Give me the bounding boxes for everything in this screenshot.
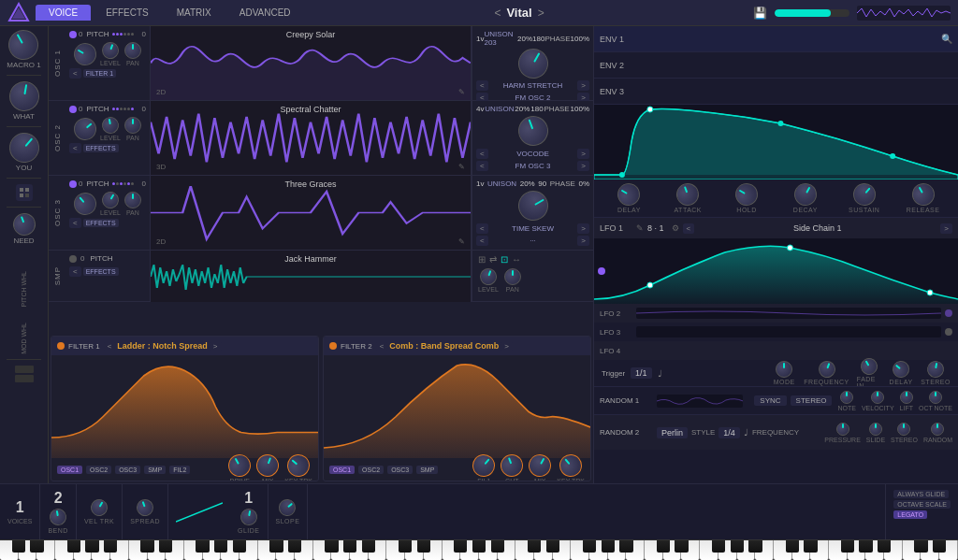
lfo1-extra-icon[interactable]: ⚙: [672, 223, 679, 233]
black-key-32[interactable]: [841, 540, 854, 553]
smp-active-dot[interactable]: [69, 255, 77, 263]
env-release-knob[interactable]: [907, 179, 938, 210]
filter2-src-osc2[interactable]: OSC2: [358, 466, 384, 474]
black-key-9[interactable]: [233, 540, 246, 553]
smp-wave-area[interactable]: Jack Hammer: [150, 251, 472, 302]
black-key-1[interactable]: [30, 540, 43, 553]
filter1-active-dot[interactable]: [57, 342, 65, 350]
osc1-main-knob[interactable]: [70, 39, 101, 70]
bar-icon2[interactable]: [15, 375, 34, 382]
random1-octnote-knob[interactable]: [929, 391, 942, 404]
filter2-src-osc1[interactable]: OSC1: [329, 466, 355, 474]
macro-what-knob[interactable]: [7, 79, 41, 113]
black-key-7[interactable]: [196, 540, 209, 553]
filter2-active-dot[interactable]: [329, 342, 337, 350]
osc2-level-knob[interactable]: [101, 116, 121, 136]
osc1-edit-icon[interactable]: ✎: [458, 88, 465, 96]
osc1-pan-knob[interactable]: [124, 42, 141, 59]
black-key-26[interactable]: [675, 540, 688, 553]
black-key-25[interactable]: [657, 540, 670, 553]
lfo1-mod-dot[interactable]: [598, 267, 605, 275]
macro1-knob[interactable]: [4, 26, 45, 65]
random2-slide-knob[interactable]: [869, 423, 882, 436]
black-key-21[interactable]: [546, 540, 559, 553]
lfo-freq-knob[interactable]: [816, 358, 837, 380]
tab-effects[interactable]: EFFECTS: [93, 5, 162, 21]
black-key-35[interactable]: [914, 540, 927, 553]
osc3-unison-knob[interactable]: [513, 185, 554, 226]
black-key-22[interactable]: [583, 540, 596, 553]
osc2-fm-prev[interactable]: <: [476, 161, 488, 171]
osc1-active-dot[interactable]: [69, 31, 77, 38]
macro-need-knob[interactable]: [9, 210, 38, 239]
osc3-main-knob[interactable]: [69, 188, 101, 220]
env-decay-knob[interactable]: [790, 179, 820, 210]
legato-btn[interactable]: LEGATO: [893, 510, 927, 519]
black-key-31[interactable]: [804, 540, 817, 553]
random2-style-btn[interactable]: Perlin: [657, 427, 688, 438]
black-key-6[interactable]: [159, 540, 172, 553]
osc2-fm-next[interactable]: >: [577, 161, 589, 171]
filter1-src-fil2[interactable]: FIL2: [169, 466, 190, 474]
black-key-20[interactable]: [528, 540, 541, 553]
osc3-extra-next[interactable]: >: [577, 236, 589, 246]
osc3-timeskew-next[interactable]: >: [577, 223, 589, 234]
filter2-next[interactable]: >: [501, 341, 513, 352]
osc2-vocode-next[interactable]: >: [577, 149, 589, 159]
trigger-value[interactable]: 1/1: [631, 367, 652, 379]
lfo-delay-knob[interactable]: [889, 357, 912, 381]
black-key-36[interactable]: [933, 540, 946, 553]
smp-icon1[interactable]: ⊞: [478, 254, 486, 265]
env-hold-knob[interactable]: [732, 179, 762, 210]
random1-lift-knob[interactable]: [900, 391, 913, 404]
tab-advanced[interactable]: ADVANCED: [226, 5, 304, 21]
osc2-active-dot[interactable]: [69, 106, 77, 113]
filter1-src-smp[interactable]: SMP: [144, 466, 166, 474]
osc2-edit-icon[interactable]: ✎: [458, 163, 465, 171]
osc1-level-knob[interactable]: [99, 39, 121, 61]
smp-level-knob[interactable]: [477, 266, 499, 287]
spread-knob[interactable]: [135, 496, 156, 518]
osc3-wave-area[interactable]: Three Graces 2D ✎: [150, 176, 472, 250]
osc3-timeskew-prev[interactable]: <: [476, 223, 488, 234]
black-key-2[interactable]: [67, 540, 80, 553]
osc2-filter-prev[interactable]: <: [69, 143, 81, 153]
filter2-src-smp[interactable]: SMP: [416, 466, 438, 474]
lfo1-edit-icon[interactable]: ✎: [636, 223, 644, 233]
smp-filter-prev[interactable]: <: [69, 266, 81, 277]
save-icon[interactable]: 💾: [753, 7, 767, 20]
env-sustain-knob[interactable]: [849, 179, 880, 210]
osc2-wave-area[interactable]: Spectral Chatter 3D ✎: [150, 101, 472, 175]
env-attack-knob[interactable]: [674, 180, 703, 209]
black-key-16[interactable]: [417, 540, 430, 553]
black-key-27[interactable]: [712, 540, 725, 553]
filter1-prev[interactable]: <: [104, 341, 116, 352]
black-key-13[interactable]: [343, 540, 356, 553]
filter2-prev[interactable]: <: [376, 341, 388, 352]
osc3-active-dot[interactable]: [69, 180, 77, 188]
black-key-17[interactable]: [454, 540, 467, 553]
osc3-pan-knob[interactable]: [124, 192, 141, 208]
black-key-18[interactable]: [472, 540, 486, 553]
osc1-filter-prev[interactable]: <: [69, 68, 81, 79]
filter1-src-osc1[interactable]: OSC1: [57, 466, 82, 474]
prev-preset-button[interactable]: <: [494, 7, 501, 20]
glide-knob[interactable]: [239, 508, 258, 527]
black-key-30[interactable]: [786, 540, 799, 553]
tab-voice[interactable]: VOICE: [36, 5, 91, 21]
black-key-23[interactable]: [602, 540, 615, 553]
smp-icon2[interactable]: ⇄: [489, 254, 497, 265]
random1-stereo-btn[interactable]: STEREO: [791, 395, 833, 406]
black-key-11[interactable]: [288, 540, 301, 553]
filter1-src-osc2[interactable]: OSC2: [86, 466, 111, 474]
app-logo[interactable]: [7, 2, 30, 24]
osc1-unison-knob[interactable]: [513, 43, 554, 84]
lfo-mode-knob[interactable]: [776, 361, 792, 378]
smp-icon4[interactable]: ↔: [512, 254, 521, 265]
black-key-3[interactable]: [85, 540, 98, 553]
black-key-19[interactable]: [491, 540, 504, 553]
tab-matrix[interactable]: MATRIX: [164, 5, 225, 21]
smp-pan-knob[interactable]: [504, 268, 521, 285]
osc1-harm-next[interactable]: >: [577, 80, 589, 91]
black-key-4[interactable]: [104, 540, 117, 553]
